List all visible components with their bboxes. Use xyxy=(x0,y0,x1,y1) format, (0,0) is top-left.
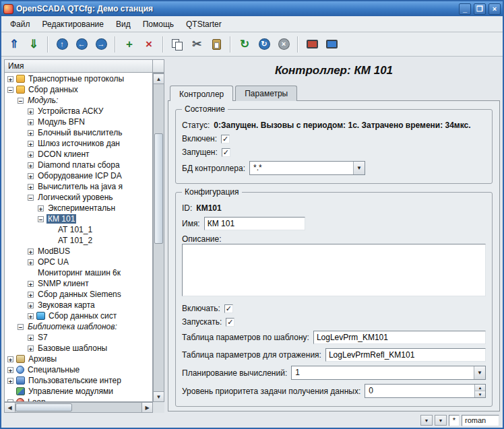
to-start-checkbox[interactable]: ✓ xyxy=(226,318,234,327)
tree-item[interactable]: +Модуль BFN xyxy=(5,117,152,127)
add-item-button[interactable]: + xyxy=(120,35,139,54)
tree-item[interactable]: АТ 101_1 xyxy=(5,224,152,235)
tree-item[interactable]: +Оборудование ICP DA xyxy=(5,170,152,181)
expand-icon[interactable]: + xyxy=(28,119,34,125)
tree-item[interactable]: −Модуль: xyxy=(5,95,152,106)
expand-icon[interactable]: + xyxy=(28,130,34,136)
spin-up-icon[interactable]: ▲ xyxy=(475,385,485,391)
save-to-db-button[interactable]: ⇓ xyxy=(24,35,43,54)
expand-icon[interactable]: + xyxy=(28,302,34,308)
menu-item[interactable]: Файл xyxy=(4,17,36,32)
scrollbar-thumb[interactable] xyxy=(15,403,72,411)
title-bar[interactable]: OpenSCADA QTCfg: Демо станция _ ❐ × xyxy=(1,1,503,16)
scrollbar-track[interactable] xyxy=(153,84,164,391)
tree-item[interactable]: +Пользовательские интер xyxy=(5,375,152,386)
up-button[interactable]: ↑ xyxy=(53,35,71,54)
maximize-button[interactable]: ❐ xyxy=(474,3,486,15)
tree-item[interactable]: +DCON клиент xyxy=(5,149,152,160)
collapse-icon[interactable]: − xyxy=(38,216,44,222)
start-button[interactable]: ↻ xyxy=(255,35,274,54)
tree-item[interactable]: +Блочный вычислитель xyxy=(5,127,152,138)
chevron-down-icon[interactable]: ▼ xyxy=(353,162,365,174)
tree-header-name[interactable]: Имя xyxy=(4,59,153,73)
paste-item-button[interactable] xyxy=(207,35,226,54)
tree-item[interactable]: Мониторинг машин 6к xyxy=(5,267,152,278)
expand-icon[interactable]: + xyxy=(28,335,34,341)
spin-down-icon[interactable]: ▼ xyxy=(475,391,485,397)
tree-item[interactable]: +Базовые шаблоны xyxy=(5,343,152,354)
tab-parameters[interactable]: Параметры xyxy=(235,86,297,101)
expand-icon[interactable]: + xyxy=(28,173,34,179)
running-checkbox[interactable]: ✓ xyxy=(222,148,230,157)
expand-icon[interactable]: + xyxy=(7,367,13,373)
tree-item[interactable]: +Шлюз источников дан xyxy=(5,138,152,149)
status-dropdown-1[interactable]: ▼ xyxy=(420,415,433,426)
expand-icon[interactable]: + xyxy=(28,162,34,168)
forward-button[interactable]: → xyxy=(92,35,111,54)
stop-button[interactable]: × xyxy=(274,35,293,54)
tab-controller[interactable]: Контроллер xyxy=(170,86,233,101)
tree-item[interactable]: +Транспортные протоколы xyxy=(5,73,152,84)
tree-item[interactable]: +ModBUS xyxy=(5,246,152,257)
close-button[interactable]: × xyxy=(489,3,501,15)
expand-icon[interactable]: + xyxy=(28,141,34,147)
tree-item[interactable]: +Сбор данных сист xyxy=(5,310,152,321)
load-from-db-button[interactable]: ⇑ xyxy=(5,35,24,54)
menu-item[interactable]: Вид xyxy=(110,17,137,32)
tree-item[interactable]: +Вычислитель на java я xyxy=(5,181,152,192)
copy-item-button[interactable] xyxy=(168,35,187,54)
chevron-down-icon[interactable]: ▼ xyxy=(474,366,485,379)
menu-item[interactable]: Редактирование xyxy=(36,17,110,32)
expand-icon[interactable]: + xyxy=(28,313,34,319)
expand-icon[interactable]: + xyxy=(28,292,34,298)
back-button[interactable]: ← xyxy=(72,35,91,54)
description-textarea[interactable] xyxy=(182,244,486,296)
expand-icon[interactable]: + xyxy=(7,378,13,384)
scrollbar-thumb[interactable] xyxy=(154,133,163,244)
tree-item[interactable]: −Сбор данных xyxy=(5,84,152,95)
collapse-icon[interactable]: − xyxy=(7,87,13,93)
minimize-button[interactable]: _ xyxy=(459,3,471,15)
collapse-icon[interactable]: − xyxy=(18,98,24,104)
cut-item-button[interactable]: ✂ xyxy=(187,35,206,54)
reflection-table-input[interactable] xyxy=(325,348,486,362)
expand-icon[interactable]: + xyxy=(38,205,44,211)
expand-icon[interactable]: + xyxy=(28,259,34,265)
expand-icon[interactable]: + xyxy=(7,76,13,82)
priority-spinbox[interactable]: 0 ▲ ▼ xyxy=(365,384,486,398)
qtstarter-vision-button[interactable] xyxy=(322,35,341,54)
tree-item[interactable]: −Логический уровень xyxy=(5,192,152,203)
db-combobox[interactable]: *.* ▼ xyxy=(249,161,365,175)
tree-vertical-scrollbar[interactable]: ▲ ▼ xyxy=(153,73,164,402)
tree-item[interactable]: +Специальные xyxy=(5,364,152,375)
expand-icon[interactable]: + xyxy=(28,249,34,255)
scrollbar-track[interactable] xyxy=(15,402,141,413)
scroll-up-icon[interactable]: ▲ xyxy=(153,73,164,84)
tree-item[interactable]: +Loop xyxy=(5,397,152,402)
tree-item[interactable]: −КМ 101 xyxy=(5,213,152,224)
menu-item[interactable]: QTStarter xyxy=(180,17,228,32)
template-table-input[interactable] xyxy=(313,331,486,344)
tree-item[interactable]: +S7 xyxy=(5,332,152,343)
expand-icon[interactable]: + xyxy=(28,184,34,190)
expand-icon[interactable]: + xyxy=(28,152,34,158)
tree-horizontal-scrollbar[interactable]: ◀ ▶ xyxy=(4,402,153,413)
delete-item-button[interactable]: × xyxy=(139,35,158,54)
name-input[interactable] xyxy=(204,217,305,230)
tree-item[interactable]: АТ 101_2 xyxy=(5,235,152,246)
status-dropdown-2[interactable]: ▼ xyxy=(435,415,447,426)
tree-view[interactable]: +Транспортные протоколы−Сбор данных−Моду… xyxy=(4,73,153,402)
tree-item[interactable]: +OPC UA xyxy=(5,257,152,267)
expand-icon[interactable]: + xyxy=(28,345,34,352)
tree-item[interactable]: +SNMP клиент xyxy=(5,278,152,289)
tree-item[interactable]: +Экспериментальн xyxy=(5,203,152,213)
tree-item[interactable]: +Звуковая карта xyxy=(5,300,152,310)
collapse-icon[interactable]: − xyxy=(28,195,34,201)
scroll-right-icon[interactable]: ▶ xyxy=(141,402,153,413)
expand-icon[interactable]: + xyxy=(28,281,34,287)
qtstarter-qtcfg-button[interactable] xyxy=(303,35,321,54)
expand-icon[interactable]: + xyxy=(28,108,34,114)
enabled-checkbox[interactable]: ✓ xyxy=(221,135,230,143)
tree-item[interactable]: +Diamond платы сбора xyxy=(5,160,152,170)
schedule-combobox[interactable]: 1 ▼ xyxy=(291,366,486,380)
